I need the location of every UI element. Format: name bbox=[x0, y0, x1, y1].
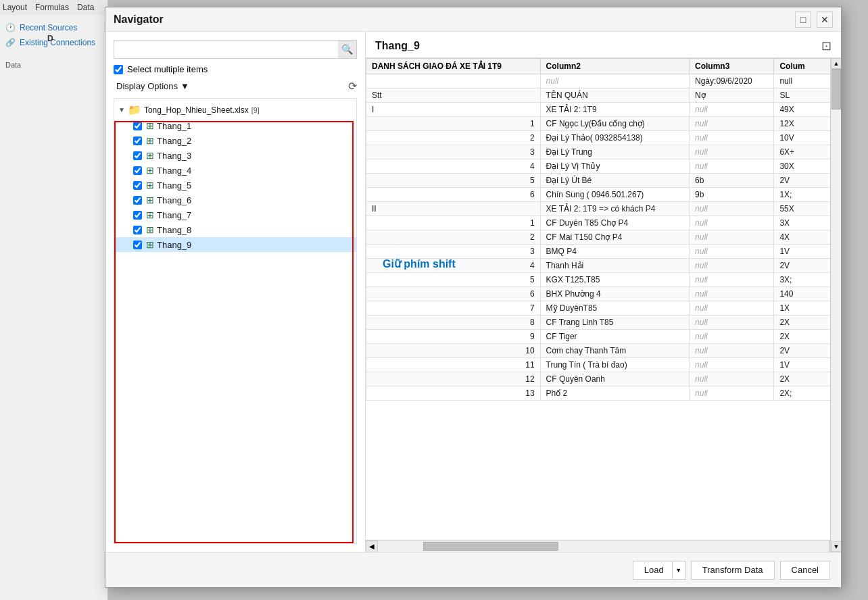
table-cell-col3: null bbox=[690, 301, 774, 316]
sheet-checkbox-thang_4[interactable] bbox=[133, 166, 142, 175]
refresh-icon[interactable]: ⟳ bbox=[348, 80, 357, 93]
cancel-button[interactable]: Cancel bbox=[780, 561, 830, 580]
left-panel: 🔍 Select multiple items Display Options … bbox=[105, 32, 366, 552]
table-cell-col1: 5 bbox=[366, 174, 541, 188]
search-input[interactable] bbox=[114, 40, 357, 59]
table-row: 5KGX T125,T85null3X; bbox=[366, 273, 841, 287]
sheet-checkbox-thang_7[interactable] bbox=[133, 211, 142, 220]
table-cell-col2: Mỹ DuyênT85 bbox=[540, 301, 689, 316]
sheet-label: Thang_6 bbox=[157, 195, 191, 205]
tree-container: ▼ 📁 Tong_Hop_Nhieu_Sheet.xlsx [9] ⊞Thang… bbox=[114, 98, 357, 544]
table-cell-col1: 13 bbox=[366, 386, 541, 401]
table-row: 12CF Quyên Oanhnull2X bbox=[366, 372, 841, 386]
table-cell-col2: CF Quyên Oanh bbox=[540, 372, 689, 386]
sheet-icon: ⊞ bbox=[146, 150, 154, 161]
scroll-thumb-horizontal[interactable] bbox=[423, 542, 558, 551]
tree-item-thang_5[interactable]: ⊞Thang_5 bbox=[114, 178, 356, 193]
scroll-thumb-vertical[interactable] bbox=[831, 69, 841, 109]
table-cell-col1: 6 bbox=[366, 188, 541, 202]
table-row: 11Trung Tín ( Trà bí đao)null1V bbox=[366, 358, 841, 372]
sheet-checkbox-thang_3[interactable] bbox=[133, 151, 142, 160]
select-multiple-checkbox[interactable] bbox=[114, 65, 123, 74]
table-cell-col1: I bbox=[366, 103, 541, 117]
sheet-icon: ⊞ bbox=[146, 239, 154, 250]
display-options-button[interactable]: Display Options ▼ bbox=[114, 80, 192, 93]
load-button[interactable]: Load bbox=[633, 561, 672, 580]
preview-expand-icon[interactable]: ⊡ bbox=[821, 39, 831, 53]
sheet-checkbox-thang_5[interactable] bbox=[133, 181, 142, 190]
table-row: 4Thanh Hảinull2V bbox=[366, 259, 841, 273]
dialog-title: Navigator bbox=[114, 14, 164, 26]
table-row: 10Cơm chay Thanh Tâmnull2V bbox=[366, 344, 841, 358]
table-row: nullNgày:09/6/2020null bbox=[366, 74, 841, 89]
table-row: 5Đại Lý Út Bé6b2V bbox=[366, 174, 841, 188]
scroll-up-arrow[interactable]: ▲ bbox=[831, 58, 841, 69]
sheet-icon: ⊞ bbox=[146, 195, 154, 205]
chevron-down-icon: ▼ bbox=[180, 81, 189, 91]
table-cell-col2: TÊN QUÁN bbox=[540, 89, 689, 103]
sheet-checkbox-thang_2[interactable] bbox=[133, 136, 142, 145]
table-cell-col3: null bbox=[690, 159, 774, 174]
table-row: IXE TẢI 2: 1T9null49X bbox=[366, 103, 841, 117]
tree-item-thang_3[interactable]: ⊞Thang_3 bbox=[114, 148, 356, 163]
table-row: 8CF Trang Linh T85null2X bbox=[366, 316, 841, 330]
table-cell-col2: BHX Phường 4 bbox=[540, 287, 689, 301]
sheet-checkbox-thang_1[interactable] bbox=[133, 122, 142, 130]
table-header-col: Column2 bbox=[540, 59, 689, 74]
tree-item-thang_9[interactable]: ⊞Thang_9 bbox=[114, 237, 356, 252]
table-row: 4Đại Lý Vị Thủynull30X bbox=[366, 159, 841, 174]
data-table-wrapper[interactable]: DANH SÁCH GIAO ĐÁ XE TẢI 1T9Column2Colum… bbox=[366, 58, 841, 540]
table-cell-col1: 9 bbox=[366, 330, 541, 344]
table-cell-col3: null bbox=[690, 358, 774, 372]
scroll-left-arrow[interactable]: ◀ bbox=[366, 541, 378, 553]
table-cell-col1: 2 bbox=[366, 230, 541, 245]
table-cell-col1: 10 bbox=[366, 344, 541, 358]
sheet-checkbox-thang_8[interactable] bbox=[133, 226, 142, 234]
table-cell-col2: CF Trang Linh T85 bbox=[540, 316, 689, 330]
table-cell-col2: CF Ngọc Ly(Đầu cống chợ) bbox=[540, 117, 689, 131]
load-dropdown-arrow[interactable]: ▼ bbox=[672, 561, 685, 580]
load-button-group: Load ▼ bbox=[633, 561, 685, 580]
vertical-scrollbar[interactable]: ▲ ▼ bbox=[830, 58, 841, 552]
tree-item-thang_4[interactable]: ⊞Thang_4 bbox=[114, 163, 356, 178]
table-cell-col3: null bbox=[690, 330, 774, 344]
table-cell-col1: 8 bbox=[366, 316, 541, 330]
sheet-checkbox-thang_9[interactable] bbox=[133, 241, 142, 249]
table-header-row: DANH SÁCH GIAO ĐÁ XE TẢI 1T9Column2Colum… bbox=[366, 59, 841, 74]
table-cell-col2: Chín Sung ( 0946.501.267) bbox=[540, 188, 689, 202]
tree-item-thang_7[interactable]: ⊞Thang_7 bbox=[114, 207, 356, 222]
table-row: 2CF Mai T150 Chợ P4null4X bbox=[366, 230, 841, 245]
tree-item-thang_2[interactable]: ⊞Thang_2 bbox=[114, 133, 356, 148]
tree-folder-file[interactable]: ▼ 📁 Tong_Hop_Nhieu_Sheet.xlsx [9] bbox=[114, 101, 356, 118]
table-cell-col3: null bbox=[690, 202, 774, 216]
table-cell-col1: 4 bbox=[366, 259, 541, 273]
tree-item-thang_1[interactable]: ⊞Thang_1 bbox=[114, 118, 356, 133]
minimize-button[interactable]: □ bbox=[795, 11, 811, 28]
tree-item-thang_8[interactable]: ⊞Thang_8 bbox=[114, 222, 356, 237]
transform-data-button[interactable]: Transform Data bbox=[691, 561, 775, 580]
scroll-down-arrow[interactable]: ▼ bbox=[831, 541, 841, 552]
table-cell-col2: Đại Lý Vị Thủy bbox=[540, 159, 689, 174]
table-row: 3BMQ P4null1V bbox=[366, 245, 841, 259]
table-cell-col1: 7 bbox=[366, 301, 541, 316]
close-button[interactable]: ✕ bbox=[817, 11, 833, 28]
table-cell-col3: Nợ bbox=[690, 89, 774, 103]
table-cell-col3: null bbox=[690, 273, 774, 287]
dialog-controls: □ ✕ bbox=[795, 11, 833, 28]
tree-item-thang_6[interactable]: ⊞Thang_6 bbox=[114, 193, 356, 207]
sheet-list: ⊞Thang_1⊞Thang_2⊞Thang_3⊞Thang_4⊞Thang_5… bbox=[114, 118, 356, 252]
display-options-label: Display Options bbox=[116, 81, 178, 91]
search-button[interactable]: 🔍 bbox=[338, 40, 357, 59]
sheet-icon: ⊞ bbox=[146, 180, 154, 191]
right-panel: Thang_9 ⊡ DANH SÁCH GIAO ĐÁ XE TẢI 1T9Co… bbox=[366, 32, 841, 552]
sheet-checkbox-thang_6[interactable] bbox=[133, 196, 142, 205]
sheet-label: Thang_7 bbox=[157, 210, 191, 220]
preview-title: Thang_9 bbox=[375, 40, 420, 52]
table-cell-col2: CF Tiger bbox=[540, 330, 689, 344]
table-row: 6Chín Sung ( 0946.501.267)9b1X; bbox=[366, 188, 841, 202]
table-cell-col1: 1 bbox=[366, 117, 541, 131]
horizontal-scrollbar[interactable]: ◀ ▶ bbox=[366, 540, 841, 552]
table-cell-col3: null bbox=[690, 131, 774, 145]
table-header-col: Column3 bbox=[690, 59, 774, 74]
table-cell-col1: 6 bbox=[366, 287, 541, 301]
